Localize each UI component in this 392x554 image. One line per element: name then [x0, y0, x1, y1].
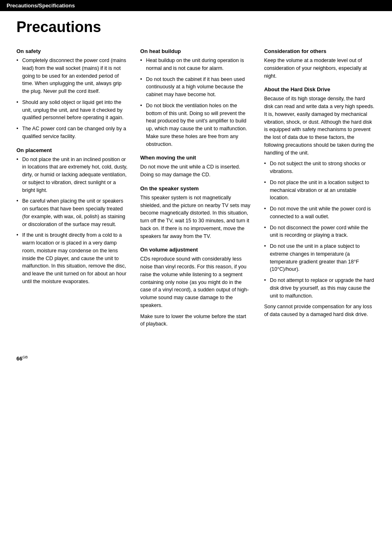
top-bar: Precautions/Specifications: [0, 0, 392, 11]
section-on-volume: On volume adjustment CDs reproduce sound…: [140, 247, 251, 328]
section-title-on-heat: On heat buildup: [140, 48, 251, 54]
on-volume-body: CDs reproduce sound with considerably le…: [140, 255, 251, 309]
page-superscript: GB: [22, 355, 28, 359]
list-item: Do not subject the unit to strong shocks…: [264, 160, 376, 175]
list-item: Do not use the unit in a place subject t…: [264, 242, 376, 273]
section-title-on-speaker: On the speaker system: [140, 185, 251, 192]
list-item: Do not attempt to replace or upgrade the…: [264, 277, 376, 300]
column-3: Consideration for others Keep the volume…: [264, 48, 376, 335]
section-consideration: Consideration for others Keep the volume…: [264, 48, 376, 80]
list-item: The AC power cord can be changed only by…: [16, 125, 128, 141]
list-item: Do not touch the cabinet if it has been …: [140, 76, 251, 99]
list-item: Completely disconnect the power cord (ma…: [16, 57, 128, 95]
list-item: Do not block the ventilation holes on th…: [140, 102, 251, 148]
section-title-on-safety: On safety: [16, 48, 128, 54]
list-item: Do not place the unit in a location subj…: [264, 179, 376, 202]
section-when-moving: When moving the unit Do not move the uni…: [140, 155, 251, 179]
consideration-body: Keep the volume at a moderate level out …: [264, 57, 376, 80]
page-footer: 66GB: [0, 351, 392, 366]
list-item: Be careful when placing the unit or spea…: [16, 197, 128, 228]
list-item: If the unit is brought directly from a c…: [16, 231, 128, 285]
section-title-on-placement: On placement: [16, 147, 128, 153]
section-on-safety: On safety Completely disconnect the powe…: [16, 48, 128, 141]
hdd-intro: Because of its high storage density, the…: [264, 95, 376, 157]
on-heat-list: Heat buildup on the unit during operatio…: [140, 57, 251, 148]
section-on-heat: On heat buildup Heat buildup on the unit…: [140, 48, 251, 148]
list-item: Heat buildup on the unit during operatio…: [140, 57, 251, 72]
on-volume-body2: Make sure to lower the volume before the…: [140, 313, 251, 328]
section-title-about-hdd: About the Hard Disk Drive: [264, 86, 376, 92]
on-placement-list: Do not place the unit in an inclined pos…: [16, 156, 128, 286]
page-title: Precautions: [0, 11, 392, 40]
list-item: Should any solid object or liquid get in…: [16, 99, 128, 122]
hdd-list: Do not subject the unit to strong shocks…: [264, 160, 376, 300]
content-area: On safety Completely disconnect the powe…: [0, 40, 392, 351]
top-bar-label: Precautions/Specifications: [7, 2, 75, 9]
section-title-consideration: Consideration for others: [264, 48, 376, 54]
on-safety-list: Completely disconnect the power cord (ma…: [16, 57, 128, 141]
section-on-placement: On placement Do not place the unit in an…: [16, 147, 128, 286]
list-item: Do not place the unit in an inclined pos…: [16, 156, 128, 194]
section-on-speaker: On the speaker system This speaker syste…: [140, 185, 251, 240]
section-title-on-volume: On volume adjustment: [140, 247, 251, 253]
column-1: On safety Completely disconnect the powe…: [16, 48, 128, 335]
section-title-when-moving: When moving the unit: [140, 155, 251, 161]
hdd-outro: Sony cannot provide compensation for any…: [264, 303, 376, 319]
list-item: Do not move the unit while the power cor…: [264, 205, 376, 221]
column-2: On heat buildup Heat buildup on the unit…: [140, 48, 251, 335]
on-speaker-body: This speaker system is not magnetically …: [140, 194, 251, 240]
list-item: Do not disconnect the power cord while t…: [264, 224, 376, 240]
when-moving-body: Do not move the unit while a CD is inser…: [140, 163, 251, 179]
page-number: 66: [16, 355, 22, 362]
section-about-hdd: About the Hard Disk Drive Because of its…: [264, 86, 376, 319]
